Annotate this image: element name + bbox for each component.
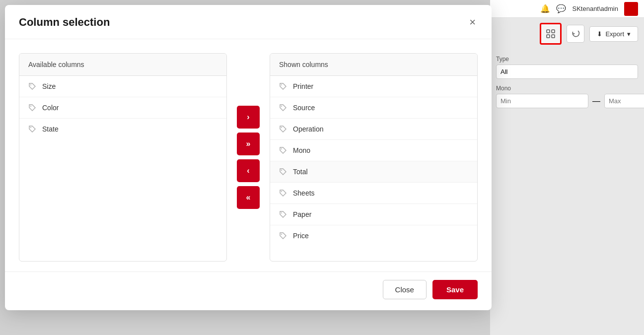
dialog-body: Available columns Size Color State [5, 39, 492, 271]
top-bar: 🔔 💬 SKtenant\admin [490, 0, 644, 18]
mono-min-input[interactable] [496, 94, 588, 108]
transfer-buttons: › » ‹ « [227, 53, 270, 262]
dialog-title: Column selection [19, 16, 110, 29]
chevron-down-icon: ▾ [627, 30, 631, 38]
grid-icon [546, 29, 556, 39]
item-label: Sheets [293, 189, 315, 197]
shown-item-source[interactable]: Source [270, 97, 477, 119]
available-item-color[interactable]: Color [19, 97, 226, 119]
tag-icon [28, 104, 36, 112]
tag-icon [279, 125, 287, 133]
column-selection-icon-button[interactable] [540, 23, 562, 45]
dialog-close-button[interactable]: × [467, 15, 478, 30]
available-columns-header: Available columns [19, 54, 226, 76]
shown-item-sheets[interactable]: Sheets [270, 183, 477, 204]
shown-item-printer[interactable]: Printer [270, 76, 477, 97]
svg-point-5 [30, 106, 31, 107]
move-all-right-button[interactable]: » [237, 133, 260, 155]
tag-icon [279, 168, 287, 176]
tag-icon [279, 82, 287, 90]
column-selection-dialog: Column selection × Available columns Siz… [5, 5, 492, 310]
svg-rect-2 [547, 35, 550, 38]
tag-icon [279, 210, 287, 218]
dialog-header: Column selection × [5, 5, 492, 39]
type-filter-label: Type [496, 56, 638, 63]
svg-rect-0 [547, 30, 550, 33]
mono-filter-label: Mono [496, 85, 638, 92]
item-label: Total [293, 168, 308, 176]
svg-point-7 [281, 84, 282, 85]
username-label: SKtenant\admin [572, 5, 618, 12]
svg-point-10 [281, 148, 282, 149]
move-left-button[interactable]: ‹ [237, 159, 260, 182]
refresh-icon [572, 30, 579, 38]
item-label: Source [293, 104, 315, 112]
toolbar: ⬇ Export ▾ [490, 18, 644, 50]
item-label: Price [293, 232, 309, 240]
tag-icon [28, 82, 36, 90]
item-label: State [42, 125, 59, 133]
save-button[interactable]: Save [432, 280, 478, 299]
svg-point-9 [281, 127, 282, 128]
shown-item-price[interactable]: Price [270, 225, 477, 246]
export-button[interactable]: ⬇ Export ▾ [589, 26, 638, 42]
shown-columns-header: Shown columns [270, 54, 477, 76]
shown-columns-panel: Shown columns Printer Source Operation [270, 53, 478, 262]
item-label: Mono [293, 146, 310, 154]
available-columns-panel: Available columns Size Color State [19, 53, 227, 262]
available-item-size[interactable]: Size [19, 76, 226, 97]
tag-icon [279, 104, 287, 112]
dialog-footer: Close Save [5, 271, 492, 310]
svg-point-14 [281, 234, 282, 235]
tag-icon [279, 189, 287, 197]
avatar [624, 2, 638, 16]
svg-rect-1 [552, 30, 555, 33]
type-filter-select[interactable]: All [496, 65, 638, 79]
item-label: Color [42, 104, 59, 112]
export-label: Export [605, 30, 624, 38]
chat-icon[interactable]: 💬 [556, 4, 566, 13]
tag-icon [279, 232, 287, 240]
shown-item-paper[interactable]: Paper [270, 204, 477, 225]
background-panel: 🔔 💬 SKtenant\admin ⬇ Export ▾ Type [490, 0, 644, 335]
tag-icon [279, 146, 287, 154]
bell-icon[interactable]: 🔔 [540, 4, 550, 13]
move-all-left-button[interactable]: « [237, 186, 260, 209]
download-icon: ⬇ [597, 30, 602, 38]
shown-item-total[interactable]: Total [270, 161, 477, 183]
item-label: Size [42, 82, 56, 90]
svg-point-8 [281, 106, 282, 107]
move-right-button[interactable]: › [237, 106, 260, 129]
available-item-state[interactable]: State [19, 119, 226, 139]
refresh-button[interactable] [567, 25, 584, 43]
item-label: Operation [293, 125, 323, 133]
filter-panel: Type All Mono — [490, 50, 644, 114]
svg-point-12 [281, 191, 282, 192]
item-label: Printer [293, 82, 313, 90]
svg-rect-3 [552, 35, 555, 38]
mono-filter-row: — [496, 94, 638, 108]
tag-icon [28, 125, 36, 133]
svg-point-11 [281, 170, 282, 171]
close-button[interactable]: Close [383, 280, 427, 299]
svg-point-13 [281, 212, 282, 213]
shown-item-operation[interactable]: Operation [270, 119, 477, 140]
item-label: Paper [293, 210, 311, 218]
svg-point-6 [30, 127, 31, 128]
svg-point-4 [30, 84, 31, 85]
shown-item-mono[interactable]: Mono [270, 140, 477, 161]
mono-max-input[interactable] [604, 94, 644, 108]
range-separator: — [592, 97, 600, 106]
